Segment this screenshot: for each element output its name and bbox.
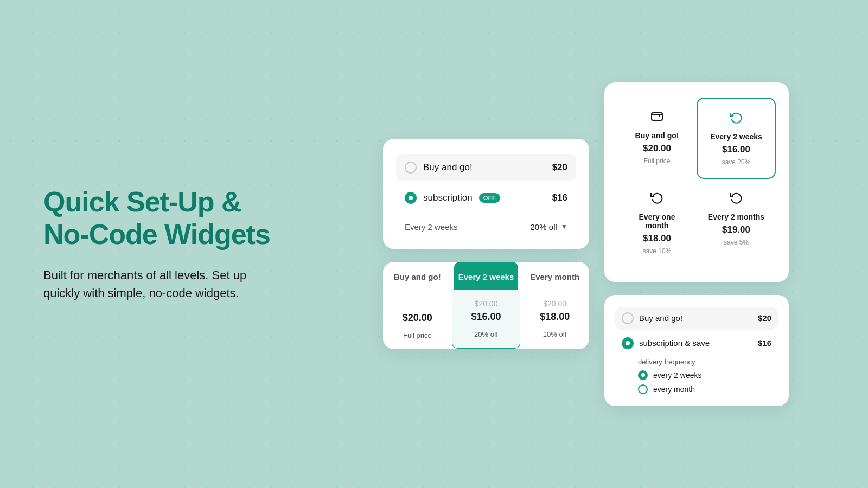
delivery-freq-label: delivery frequency (615, 357, 778, 370)
freq-label-month: every month (653, 385, 695, 394)
grid-2x2: Buy and go! $20.00 Full price Every 2 we (617, 98, 776, 267)
sub-label-subscription: subscription & save (622, 337, 710, 349)
table-header-2weeks[interactable]: Every 2 weeks (454, 262, 519, 290)
table-price-2weeks: $16.00 (471, 311, 501, 323)
headline-line1: Quick Set-Up & (43, 186, 241, 217)
table-price-month: $18.00 (540, 311, 570, 323)
grid-sub-buy-go: Full price (644, 157, 671, 165)
freq-label-2weeks: every 2 weeks (653, 371, 701, 380)
table-body: $20.00 Full price $20.00 $16.00 20% off (383, 290, 589, 349)
svg-rect-0 (652, 113, 662, 120)
table-body-buy-go: $20.00 Full price (383, 290, 452, 349)
radio-price-subscription: $16 (552, 192, 567, 203)
table-price-buy-go: $20.00 (403, 312, 432, 324)
grid-cell-every-2-weeks[interactable]: Every 2 weeks $16.00 save 20% (697, 98, 776, 179)
table-header-label-month: Every month (530, 272, 579, 281)
table-discount-2weeks: 20% off (474, 330, 498, 338)
frequency-label: Every 2 weeks (405, 222, 458, 232)
table-body-cell-month: $20.00 $18.00 10% off (520, 290, 589, 348)
refresh-icon-1month (650, 191, 663, 207)
grid-label-1month: Every one month (627, 213, 687, 230)
frequency-discount: 20% off (531, 222, 558, 232)
grid-sub-2weeks: save 20% (722, 158, 751, 166)
widget-comparison-table: Buy and go! Every 2 weeks Every month (383, 262, 589, 350)
wallet-icon (650, 110, 663, 126)
freq-radio-2weeks (638, 370, 648, 380)
table-header-month[interactable]: Every month (526, 262, 584, 290)
widget-radio-list: Buy and go! $20 subscription OFF $16 Eve… (383, 139, 589, 249)
refresh-icon-2weeks (730, 111, 743, 127)
table-header-buy-go[interactable]: Buy and go! (390, 262, 445, 290)
grid-price-2months: $19.00 (722, 224, 750, 235)
sub-price-subscription: $16 (758, 338, 771, 348)
radio-row-buy-go[interactable]: Buy and go! $20 (396, 154, 576, 181)
sub-row-subscription[interactable]: subscription & save $16 (615, 332, 778, 355)
radio-text-buy-go: Buy and go! (423, 162, 473, 173)
grid-label-2weeks: Every 2 weeks (710, 132, 762, 141)
table-body-2weeks: $20.00 $16.00 20% off (452, 290, 521, 349)
headline-line2: No-Code Widgets (43, 219, 270, 250)
table-header: Buy and go! Every 2 weeks Every month (383, 262, 589, 290)
frequency-value: 20% off ▼ (531, 222, 568, 232)
sub-row-buy-go[interactable]: Buy and go! $20 (615, 307, 778, 330)
grid-label-2months: Every 2 months (708, 213, 764, 221)
table-col-2weeks: Every 2 weeks (452, 262, 521, 290)
widgets-column-left: Buy and go! $20 subscription OFF $16 Eve… (383, 139, 589, 350)
subtext: Built for merchants of all levels. Set u… (43, 266, 271, 302)
sub-text-subscription: subscription & save (639, 338, 710, 348)
radio-circle-subscription (405, 192, 417, 204)
widget-grid-options: Buy and go! $20.00 Full price Every 2 we (604, 82, 789, 282)
left-section: Quick Set-Up & No-Code Widgets Built for… (43, 186, 315, 302)
table-discount-month: 10% off (543, 330, 567, 338)
freq-radio-month (638, 384, 648, 394)
table-original-month: $20.00 (543, 299, 566, 308)
grid-price-2weeks: $16.00 (722, 144, 750, 155)
grid-cell-every-1-month[interactable]: Every one month $18.00 save 10% (617, 179, 697, 267)
table-original-2weeks: $20.00 (475, 299, 498, 308)
radio-label-subscription: subscription OFF (405, 192, 500, 204)
table-col-month: Every month (520, 262, 589, 290)
right-section: Buy and go! $20 subscription OFF $16 Eve… (347, 82, 825, 406)
radio-label-buy-go: Buy and go! (405, 162, 473, 174)
radio-circle-buy-go (405, 162, 417, 174)
table-header-label-buy-go: Buy and go! (394, 272, 441, 281)
table-header-label-2weeks: Every 2 weeks (458, 272, 514, 281)
freq-option-month[interactable]: every month (638, 384, 778, 394)
table-discount-buy-go: Full price (403, 331, 432, 339)
radio-price-buy-go: $20 (552, 162, 567, 173)
radio-row-subscription[interactable]: subscription OFF $16 (396, 184, 576, 211)
grid-cell-buy-go[interactable]: Buy and go! $20.00 Full price (617, 98, 697, 179)
table-body-cell-2weeks: $20.00 $16.00 20% off (452, 290, 521, 349)
grid-cell-every-2-months[interactable]: Every 2 months $19.00 save 5% (697, 179, 776, 267)
headline: Quick Set-Up & No-Code Widgets (43, 186, 315, 251)
frequency-row[interactable]: Every 2 weeks 20% off ▼ (396, 215, 576, 234)
sub-radio-buy-go (622, 312, 634, 324)
freq-option-2weeks[interactable]: every 2 weeks (638, 370, 778, 380)
grid-sub-1month: save 10% (643, 247, 672, 255)
chevron-down-icon: ▼ (561, 223, 567, 230)
badge-off: OFF (479, 193, 501, 203)
sub-price-buy-go: $20 (758, 313, 771, 323)
sub-radio-subscription (622, 337, 634, 349)
grid-sub-2months: save 5% (724, 239, 749, 246)
widgets-column-right: Buy and go! $20.00 Full price Every 2 we (604, 82, 789, 406)
table-col-buy-go: Buy and go! (383, 262, 452, 290)
sub-label-buy-go: Buy and go! (622, 312, 682, 324)
freq-options: every 2 weeks every month (615, 370, 778, 394)
sub-text-buy-go: Buy and go! (639, 313, 682, 323)
refresh-icon-2months (730, 191, 743, 207)
table-body-cell-buy-go: $20.00 Full price (383, 290, 452, 349)
radio-text-subscription: subscription (423, 192, 473, 203)
widget-sub-save: Buy and go! $20 subscription & save $16 … (604, 295, 789, 406)
table-body-month: $20.00 $18.00 10% off (520, 290, 589, 349)
grid-price-1month: $18.00 (643, 233, 671, 244)
grid-price-buy-go: $20.00 (643, 143, 671, 154)
grid-label-buy-go: Buy and go! (635, 131, 679, 140)
